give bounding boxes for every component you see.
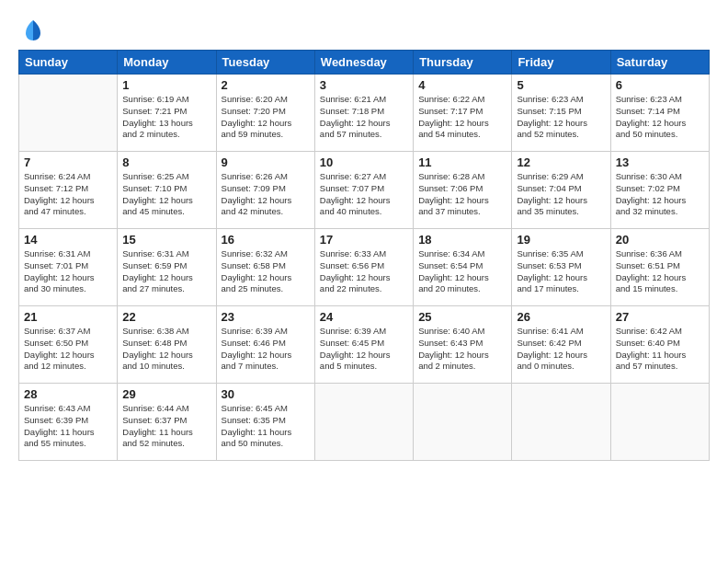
weekday-header-friday: Friday [512, 51, 610, 75]
day-info: Sunrise: 6:37 AM Sunset: 6:50 PM Dayligh… [24, 326, 112, 373]
day-info: Sunrise: 6:23 AM Sunset: 7:15 PM Dayligh… [517, 94, 605, 141]
day-info: Sunrise: 6:22 AM Sunset: 7:17 PM Dayligh… [418, 94, 506, 141]
weekday-header-tuesday: Tuesday [216, 51, 314, 75]
day-cell [19, 75, 118, 152]
day-cell: 22Sunrise: 6:38 AM Sunset: 6:48 PM Dayli… [118, 306, 216, 384]
day-info: Sunrise: 6:20 AM Sunset: 7:20 PM Dayligh… [222, 94, 310, 141]
day-cell: 19Sunrise: 6:35 AM Sunset: 6:53 PM Dayli… [512, 229, 610, 306]
weekday-header-saturday: Saturday [610, 51, 709, 75]
day-cell: 20Sunrise: 6:36 AM Sunset: 6:51 PM Dayli… [610, 229, 709, 306]
day-number: 28 [24, 387, 112, 401]
day-info: Sunrise: 6:33 AM Sunset: 6:56 PM Dayligh… [320, 248, 408, 295]
day-cell [610, 384, 709, 461]
day-number: 3 [320, 78, 408, 92]
day-number: 7 [24, 155, 112, 169]
week-row-1: 1Sunrise: 6:19 AM Sunset: 7:21 PM Daylig… [19, 75, 710, 152]
day-info: Sunrise: 6:43 AM Sunset: 6:39 PM Dayligh… [24, 403, 112, 450]
week-row-4: 21Sunrise: 6:37 AM Sunset: 6:50 PM Dayli… [19, 306, 710, 384]
day-cell [512, 384, 610, 461]
day-cell: 13Sunrise: 6:30 AM Sunset: 7:02 PM Dayli… [610, 152, 709, 229]
day-info: Sunrise: 6:21 AM Sunset: 7:18 PM Dayligh… [320, 94, 408, 141]
day-info: Sunrise: 6:28 AM Sunset: 7:06 PM Dayligh… [418, 171, 506, 218]
day-info: Sunrise: 6:35 AM Sunset: 6:53 PM Dayligh… [517, 248, 605, 295]
day-info: Sunrise: 6:31 AM Sunset: 6:59 PM Dayligh… [122, 248, 210, 295]
day-cell: 12Sunrise: 6:29 AM Sunset: 7:04 PM Dayli… [512, 152, 610, 229]
day-number: 4 [418, 78, 506, 92]
day-cell: 27Sunrise: 6:42 AM Sunset: 6:40 PM Dayli… [610, 306, 709, 384]
day-number: 20 [616, 233, 704, 247]
day-info: Sunrise: 6:39 AM Sunset: 6:46 PM Dayligh… [222, 326, 310, 373]
day-number: 6 [616, 78, 704, 92]
weekday-header-wednesday: Wednesday [314, 51, 413, 75]
weekday-header-row: SundayMondayTuesdayWednesdayThursdayFrid… [19, 51, 710, 75]
day-info: Sunrise: 6:31 AM Sunset: 7:01 PM Dayligh… [24, 248, 112, 295]
day-cell: 11Sunrise: 6:28 AM Sunset: 7:06 PM Dayli… [414, 152, 512, 229]
day-cell [314, 384, 413, 461]
day-number: 29 [122, 387, 210, 401]
weekday-header-thursday: Thursday [414, 51, 512, 75]
day-number: 2 [222, 78, 310, 92]
day-cell: 14Sunrise: 6:31 AM Sunset: 7:01 PM Dayli… [19, 229, 118, 306]
day-number: 12 [517, 155, 605, 169]
day-info: Sunrise: 6:38 AM Sunset: 6:48 PM Dayligh… [122, 326, 210, 373]
day-info: Sunrise: 6:41 AM Sunset: 6:42 PM Dayligh… [517, 326, 605, 373]
day-cell: 16Sunrise: 6:32 AM Sunset: 6:58 PM Dayli… [216, 229, 314, 306]
day-number: 17 [320, 233, 408, 247]
day-info: Sunrise: 6:29 AM Sunset: 7:04 PM Dayligh… [517, 171, 605, 218]
day-info: Sunrise: 6:45 AM Sunset: 6:35 PM Dayligh… [222, 403, 310, 450]
day-number: 13 [616, 155, 704, 169]
weekday-header-sunday: Sunday [19, 51, 118, 75]
day-cell: 1Sunrise: 6:19 AM Sunset: 7:21 PM Daylig… [118, 75, 216, 152]
day-number: 22 [122, 310, 210, 324]
day-cell: 18Sunrise: 6:34 AM Sunset: 6:54 PM Dayli… [414, 229, 512, 306]
week-row-2: 7Sunrise: 6:24 AM Sunset: 7:12 PM Daylig… [19, 152, 710, 229]
day-info: Sunrise: 6:23 AM Sunset: 7:14 PM Dayligh… [616, 94, 704, 141]
header [18, 17, 710, 42]
day-info: Sunrise: 6:42 AM Sunset: 6:40 PM Dayligh… [616, 326, 704, 373]
day-number: 25 [418, 310, 506, 324]
day-number: 19 [517, 233, 605, 247]
day-number: 30 [222, 387, 310, 401]
day-cell: 30Sunrise: 6:45 AM Sunset: 6:35 PM Dayli… [216, 384, 314, 461]
day-cell: 17Sunrise: 6:33 AM Sunset: 6:56 PM Dayli… [314, 229, 413, 306]
day-number: 18 [418, 233, 506, 247]
day-info: Sunrise: 6:39 AM Sunset: 6:45 PM Dayligh… [320, 326, 408, 373]
day-info: Sunrise: 6:19 AM Sunset: 7:21 PM Dayligh… [122, 94, 210, 141]
day-cell: 5Sunrise: 6:23 AM Sunset: 7:15 PM Daylig… [512, 75, 610, 152]
logo [18, 17, 46, 42]
day-info: Sunrise: 6:24 AM Sunset: 7:12 PM Dayligh… [24, 171, 112, 218]
day-cell: 23Sunrise: 6:39 AM Sunset: 6:46 PM Dayli… [216, 306, 314, 384]
week-row-3: 14Sunrise: 6:31 AM Sunset: 7:01 PM Dayli… [19, 229, 710, 306]
day-info: Sunrise: 6:34 AM Sunset: 6:54 PM Dayligh… [418, 248, 506, 295]
day-number: 21 [24, 310, 112, 324]
calendar-table: SundayMondayTuesdayWednesdayThursdayFrid… [18, 50, 710, 461]
day-info: Sunrise: 6:26 AM Sunset: 7:09 PM Dayligh… [222, 171, 310, 218]
day-cell: 28Sunrise: 6:43 AM Sunset: 6:39 PM Dayli… [19, 384, 118, 461]
logo-icon [20, 17, 46, 42]
day-number: 5 [517, 78, 605, 92]
day-cell: 25Sunrise: 6:40 AM Sunset: 6:43 PM Dayli… [414, 306, 512, 384]
day-number: 27 [616, 310, 704, 324]
calendar-page: SundayMondayTuesdayWednesdayThursdayFrid… [0, 0, 728, 563]
week-row-5: 28Sunrise: 6:43 AM Sunset: 6:39 PM Dayli… [19, 384, 710, 461]
day-number: 8 [122, 155, 210, 169]
day-number: 9 [222, 155, 310, 169]
day-info: Sunrise: 6:36 AM Sunset: 6:51 PM Dayligh… [616, 248, 704, 295]
day-cell: 24Sunrise: 6:39 AM Sunset: 6:45 PM Dayli… [314, 306, 413, 384]
day-info: Sunrise: 6:25 AM Sunset: 7:10 PM Dayligh… [122, 171, 210, 218]
day-cell: 15Sunrise: 6:31 AM Sunset: 6:59 PM Dayli… [118, 229, 216, 306]
weekday-header-monday: Monday [118, 51, 216, 75]
day-cell: 26Sunrise: 6:41 AM Sunset: 6:42 PM Dayli… [512, 306, 610, 384]
day-cell [414, 384, 512, 461]
day-info: Sunrise: 6:44 AM Sunset: 6:37 PM Dayligh… [122, 403, 210, 450]
day-number: 16 [222, 233, 310, 247]
day-number: 1 [122, 78, 210, 92]
day-number: 11 [418, 155, 506, 169]
day-cell: 7Sunrise: 6:24 AM Sunset: 7:12 PM Daylig… [19, 152, 118, 229]
day-number: 24 [320, 310, 408, 324]
day-cell: 3Sunrise: 6:21 AM Sunset: 7:18 PM Daylig… [314, 75, 413, 152]
day-cell: 2Sunrise: 6:20 AM Sunset: 7:20 PM Daylig… [216, 75, 314, 152]
day-cell: 29Sunrise: 6:44 AM Sunset: 6:37 PM Dayli… [118, 384, 216, 461]
day-info: Sunrise: 6:40 AM Sunset: 6:43 PM Dayligh… [418, 326, 506, 373]
day-number: 26 [517, 310, 605, 324]
